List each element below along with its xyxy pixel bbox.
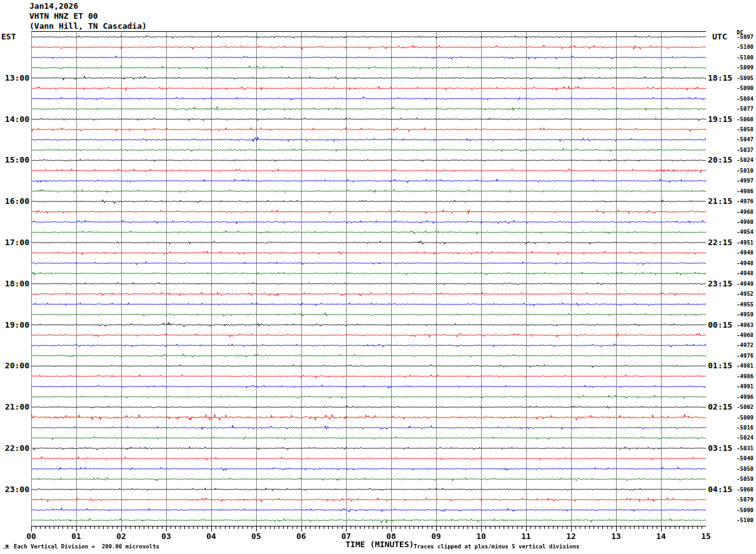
dc-value: -5050 <box>731 466 754 472</box>
est-label: 19:00 <box>0 321 29 330</box>
utc-label: 01:15 <box>708 361 732 370</box>
dc-value: -5024 <box>731 157 754 163</box>
dc-value: -5024 <box>731 435 754 441</box>
clip-note: Traces clipped at plus/minus 5 vertical … <box>414 543 580 550</box>
dc-value: -4968 <box>731 209 754 215</box>
dc-value: -4951 <box>731 239 754 246</box>
dc-value: -5058 <box>731 126 754 133</box>
dc-value: -4986 <box>731 188 754 194</box>
utc-label: 19:15 <box>708 115 732 124</box>
dc-value: -4972 <box>731 342 754 348</box>
dc-value: -5010 <box>731 168 754 174</box>
title-date: Jan14,2026 <box>29 2 78 11</box>
x-axis-label: TIME (MINUTES) <box>346 540 414 549</box>
est-label: 23:00 <box>0 485 29 494</box>
corner-mark: .M <box>2 545 9 550</box>
dc-value: -5090 <box>731 507 754 513</box>
x-tick-label: 01 <box>64 531 89 541</box>
dc-value: -4948 <box>731 249 754 256</box>
utc-label: 00:15 <box>708 321 732 330</box>
dc-value: -4981 <box>731 363 754 369</box>
dc-value: -4948 <box>731 260 754 266</box>
dc-value: -5097 <box>731 34 754 40</box>
dc-value: -4949 <box>731 281 754 287</box>
est-label: 22:00 <box>0 444 29 453</box>
dc-value: -5031 <box>731 445 754 451</box>
dc-value: -4997 <box>731 178 754 184</box>
est-label: 20:00 <box>0 361 29 370</box>
est-label: 18:00 <box>0 280 29 288</box>
dc-value: -5084 <box>731 96 754 102</box>
dc-value: -5100 <box>731 54 754 61</box>
dc-value: -4963 <box>731 322 754 328</box>
dc-value: -5090 <box>731 85 754 91</box>
helicorder-screen: Jan14,2026 VHTN HNZ ET 00 (Vann Hill, TN… <box>0 0 756 554</box>
utc-label: 02:15 <box>708 403 732 411</box>
x-tick-label: 06 <box>289 531 314 541</box>
dc-value: -5099 <box>731 64 754 71</box>
est-label: 14:00 <box>0 115 29 124</box>
dc-value: -5100 <box>731 517 754 523</box>
dc-value: -5016 <box>731 425 754 431</box>
dc-value: -5002 <box>731 404 754 410</box>
est-label: 15:00 <box>0 156 29 164</box>
utc-label: 20:15 <box>708 156 732 164</box>
x-tick-label: 09 <box>424 531 449 541</box>
x-tick-label: 14 <box>649 531 674 541</box>
x-tick-label: 12 <box>559 531 584 541</box>
dc-value: -5068 <box>731 116 754 123</box>
dc-value: -5059 <box>731 476 754 482</box>
title-station: VHTN HNZ ET 00 <box>29 12 98 21</box>
title-location: (Vann Hill, TN Cascadia) <box>29 22 147 31</box>
dc-value: -4960 <box>731 219 754 225</box>
left-timezone-header: EST <box>1 32 16 41</box>
est-label: 21:00 <box>0 403 29 411</box>
est-label: 16:00 <box>0 197 29 206</box>
utc-label: 23:15 <box>708 280 732 288</box>
dc-value: -4952 <box>731 291 754 297</box>
dc-value: -5095 <box>731 75 754 81</box>
x-tick-label: 05 <box>244 531 269 541</box>
dc-value: -5079 <box>731 496 754 503</box>
dc-value: -4968 <box>731 332 754 338</box>
dc-value: -4955 <box>731 301 754 308</box>
dc-value: -5100 <box>731 44 754 50</box>
x-tick-label: 13 <box>604 531 629 541</box>
dc-value: -5037 <box>731 147 754 153</box>
dc-value: -5040 <box>731 455 754 461</box>
dc-value: -4954 <box>731 229 754 235</box>
x-tick-label: 03 <box>154 531 179 541</box>
right-timezone-header: UTC <box>712 32 727 41</box>
utc-label: 03:15 <box>708 444 732 453</box>
scale-note: Each Vertical Division = 200.00 microvol… <box>14 543 159 550</box>
x-tick-label: 02 <box>109 531 134 541</box>
utc-label: 18:15 <box>708 74 732 83</box>
x-tick-label: 04 <box>199 531 224 541</box>
x-tick-label: 10 <box>469 531 494 541</box>
est-label: 13:00 <box>0 74 29 83</box>
dc-value: -5047 <box>731 136 754 143</box>
x-tick-label: 00 <box>19 531 44 541</box>
dc-value: -4948 <box>731 270 754 276</box>
dc-value: -4959 <box>731 311 754 318</box>
x-tick-label: 15 <box>694 531 719 541</box>
utc-label: 21:15 <box>708 197 732 206</box>
dc-value: -4996 <box>731 394 754 400</box>
dc-value: -4976 <box>731 198 754 204</box>
dc-value: -5009 <box>731 415 754 421</box>
est-label: 17:00 <box>0 238 29 247</box>
dc-value: -4976 <box>731 353 754 359</box>
utc-label: 22:15 <box>708 238 732 247</box>
dc-value: -4986 <box>731 373 754 380</box>
dc-value: -5077 <box>731 106 754 112</box>
seismogram-plot <box>31 31 706 539</box>
utc-label: 04:15 <box>708 485 732 494</box>
dc-value: -5068 <box>731 486 754 493</box>
dc-value: -4991 <box>731 383 754 390</box>
x-tick-label: 11 <box>514 531 539 541</box>
